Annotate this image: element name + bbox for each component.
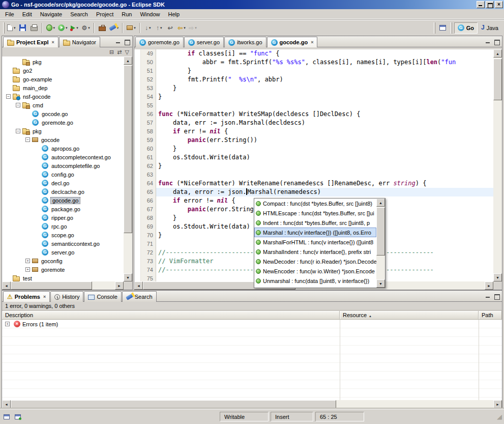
tree-item-config-go[interactable]: Gconfig.go xyxy=(2,170,124,179)
close-icon[interactable] xyxy=(52,40,54,45)
new-go-element-button[interactable]: ▾ xyxy=(125,22,137,34)
dropdown-arrow-icon[interactable]: ▾ xyxy=(66,26,68,30)
code-line[interactable]: 65 data, error := json.Marshal(renamedes… xyxy=(141,188,493,196)
menu-run[interactable]: Run xyxy=(117,10,136,18)
forward-button[interactable]: ⇨▾ xyxy=(187,22,198,34)
view-tab-search[interactable]: Search xyxy=(122,291,157,302)
perspective-drag-handle[interactable] xyxy=(434,22,435,34)
view-tab-console[interactable]: Console xyxy=(84,291,121,302)
scroll-up-icon[interactable] xyxy=(124,56,132,65)
code-line[interactable]: 53 } xyxy=(141,84,493,93)
completion-item[interactable]: NewEncoder : func(w io.Writer) *json.Enc… xyxy=(254,266,376,276)
menu-help[interactable]: Help xyxy=(164,10,184,18)
tree-item-gocode-go[interactable]: Ggocode.go xyxy=(2,196,124,205)
code-line[interactable]: 59 panic(err.String()) xyxy=(141,136,493,145)
save-button[interactable] xyxy=(17,22,28,34)
tree-item-declcache-go[interactable]: Gdeclcache.go xyxy=(2,187,124,196)
code-line[interactable]: 61 os.Stdout.Write(data) xyxy=(141,153,493,162)
run-external-button[interactable]: ▾ xyxy=(69,22,80,34)
code-line[interactable]: 52 fmt.Printf(" %s\n", abbr) xyxy=(141,75,493,84)
completion-item[interactable]: NewDecoder : func(r io.Reader) *json.Dec… xyxy=(254,257,376,266)
close-icon[interactable] xyxy=(311,40,313,45)
menu-edit[interactable]: Edit xyxy=(18,10,36,18)
editor-vertical-scrollbar[interactable] xyxy=(493,49,502,281)
tree-item-pkg[interactable]: pkg xyxy=(2,58,124,66)
dropdown-arrow-icon[interactable]: ▾ xyxy=(53,26,55,30)
collapse-icon[interactable]: − xyxy=(25,137,32,142)
tree-item-decl-go[interactable]: Gdecl.go xyxy=(2,179,124,187)
code-line[interactable]: 56func (*NiceFormatter) WriteSMap(declde… xyxy=(141,110,493,119)
last-edit-location-button[interactable]: ↩ xyxy=(165,22,176,34)
scroll-right-icon[interactable] xyxy=(115,281,124,290)
menu-project[interactable]: Project xyxy=(92,10,117,18)
column-header-path[interactable]: Path xyxy=(479,311,502,320)
problems-row[interactable]: +×Errors (1 item) xyxy=(2,320,502,328)
scroll-right-icon[interactable] xyxy=(485,281,493,290)
minimize-view-button[interactable] xyxy=(114,38,122,45)
tree-item-pkg[interactable]: −pkg xyxy=(2,127,124,135)
explorer-hscroll-thumb[interactable] xyxy=(11,281,92,290)
explorer-scroll-thumb[interactable] xyxy=(124,65,132,233)
tree-item-gocode[interactable]: −gocode xyxy=(2,135,124,144)
open-perspective-button[interactable] xyxy=(437,22,449,34)
problems-horizontal-scrollbar[interactable] xyxy=(2,400,502,408)
editor-tab-itworks-go[interactable]: Gitworks.go xyxy=(224,37,266,47)
dropdown-arrow-icon[interactable]: ▾ xyxy=(184,26,186,30)
completion-item[interactable]: MarshalForHTML : func(v interface{}) ([]… xyxy=(254,237,376,247)
completion-item[interactable]: Unmarshal : func(data []uint8, v interfa… xyxy=(254,276,376,286)
tree-item-goconfig[interactable]: +goconfig xyxy=(2,257,124,265)
dropdown-arrow-icon[interactable]: ▾ xyxy=(160,26,162,30)
code-line[interactable]: 58 if err != nil { xyxy=(141,127,493,136)
code-line[interactable]: 62} xyxy=(141,162,493,171)
completion-item[interactable]: MarshalIndent : func(v interface{}, pref… xyxy=(254,247,376,257)
scroll-down-icon[interactable] xyxy=(376,279,385,288)
view-tab-history[interactable]: History xyxy=(50,291,83,302)
scroll-left-icon[interactable] xyxy=(2,400,11,408)
view-tab-project-expl[interactable]: Project Expl xyxy=(3,37,58,47)
completion-item[interactable]: Compact : func(dst *bytes.Buffer, src []… xyxy=(254,199,376,208)
code-line[interactable]: 64func (*NiceFormatter) WriteRename(rena… xyxy=(141,179,493,188)
fast-view-button[interactable] xyxy=(2,413,11,421)
run-button[interactable]: ▾ xyxy=(56,22,69,34)
dropdown-arrow-icon[interactable]: ▾ xyxy=(134,26,136,30)
minimize-button[interactable] xyxy=(477,1,485,8)
collapse-icon[interactable]: − xyxy=(16,129,22,133)
maximize-view-button[interactable] xyxy=(493,38,500,45)
toolbox-button[interactable] xyxy=(97,22,108,34)
maximize-button[interactable] xyxy=(486,1,494,8)
tree-item-goremote-go[interactable]: Ggoremote.go xyxy=(2,118,124,127)
minimize-view-button[interactable] xyxy=(484,38,492,45)
code-line[interactable]: 51 } xyxy=(141,67,493,75)
perspective-go[interactable]: GGo xyxy=(454,22,478,34)
code-line[interactable]: 60 } xyxy=(141,145,493,153)
view-tab-problems[interactable]: ⚠Problems xyxy=(3,291,50,302)
menu-window[interactable]: Window xyxy=(136,10,164,18)
collapse-icon[interactable]: − xyxy=(16,103,22,107)
tree-item-autocompletefile-go[interactable]: Gautocompletefile.go xyxy=(2,161,124,170)
expand-icon[interactable]: + xyxy=(25,259,32,263)
tree-item-go2[interactable]: go2 xyxy=(2,66,124,75)
view-menu-icon[interactable]: ▽ xyxy=(125,48,129,55)
code-line[interactable]: 57 data, err := json.Marshal(decldescs) xyxy=(141,119,493,127)
completion-item[interactable]: HTMLEscape : func(dst *bytes.Buffer, src… xyxy=(254,208,376,218)
code-line[interactable]: 63 xyxy=(141,171,493,179)
editor-scroll-thumb[interactable] xyxy=(493,59,502,100)
expand-icon[interactable]: + xyxy=(25,267,32,272)
menu-file[interactable]: File xyxy=(1,10,18,18)
scroll-up-icon[interactable] xyxy=(493,49,502,58)
tree-item-gocode-go[interactable]: Ggocode.go xyxy=(2,109,124,118)
previous-annotation-button[interactable]: ↑▾ xyxy=(154,22,165,34)
expand-icon[interactable]: + xyxy=(5,322,12,326)
annotation-ruler[interactable] xyxy=(134,49,141,281)
show-view-button[interactable] xyxy=(13,413,22,421)
popup-scroll-thumb[interactable] xyxy=(376,207,385,256)
search-button[interactable]: ▾ xyxy=(108,22,121,34)
dropdown-arrow-icon[interactable]: ▾ xyxy=(76,26,78,30)
tree-item-nsf-gocode[interactable]: −nsf-gocode xyxy=(2,92,124,101)
code-line[interactable]: 55 xyxy=(141,101,493,110)
code-line[interactable]: 54} xyxy=(141,93,493,101)
link-with-editor-icon[interactable]: ⇄ xyxy=(117,48,122,55)
tree-item-ripper-go[interactable]: Gripper.go xyxy=(2,213,124,222)
collapse-all-icon[interactable]: ⊟ xyxy=(109,48,114,55)
tree-item-rpc-go[interactable]: Grpc.go xyxy=(2,222,124,231)
